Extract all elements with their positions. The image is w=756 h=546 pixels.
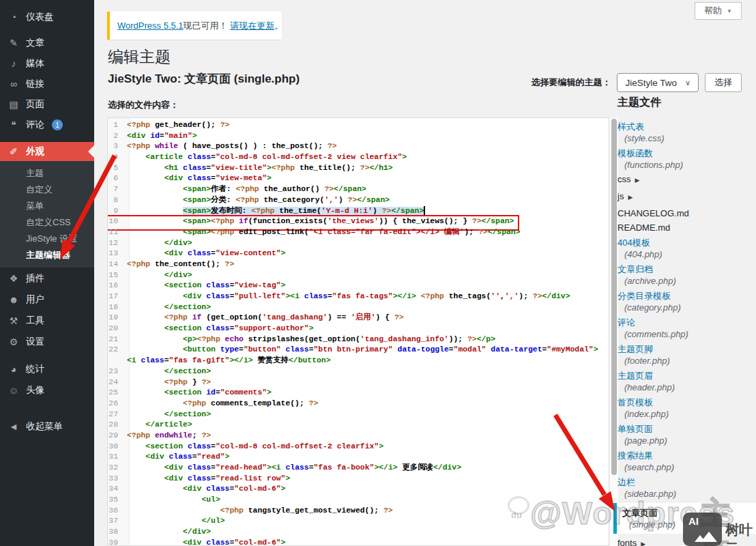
code-token: class xyxy=(206,485,229,493)
sidebar-item-pages[interactable]: ▤页面 xyxy=(0,94,94,115)
line-number: 19 xyxy=(108,313,123,324)
file-link[interactable]: 主题页脚(footer.php) xyxy=(617,343,756,367)
submenu-item-theme-editor[interactable]: 主题编辑器 xyxy=(0,247,94,263)
submenu-item-jiestyle-settings[interactable]: JieStyle 设置 xyxy=(0,231,94,247)
submenu-item-themes[interactable]: 主题 xyxy=(0,165,94,182)
line-number: 33 xyxy=(108,474,123,485)
code-token: <div xyxy=(127,132,145,140)
code-token: ?> xyxy=(201,378,211,386)
code-token: </span> xyxy=(482,217,514,225)
folder-fonts[interactable]: fonts▶ xyxy=(617,538,756,546)
code-token: "view-content" xyxy=(216,249,281,257)
folder-name: css xyxy=(617,174,631,184)
code-editor[interactable]: 1<?php get_header(); ?>2<div id="main">3… xyxy=(107,117,609,546)
update-now-link[interactable]: 请现在更新 xyxy=(230,20,274,32)
file-link[interactable]: 首页模板(index.php) xyxy=(617,397,756,420)
selected-text: <span>发布时间: <?php the_time('Y-m-d H:i') … xyxy=(183,207,424,215)
code-line: 3<?php while ( have_posts() ) : the_post… xyxy=(108,141,609,152)
code-token: ); xyxy=(464,228,478,236)
code-token: "fas fa-tags" xyxy=(332,292,393,300)
line-number: 6 xyxy=(108,173,123,184)
code-token xyxy=(127,506,220,515)
file-name: 搜索结果 xyxy=(617,450,756,461)
submenu-item-customize[interactable]: 自定义 xyxy=(0,182,94,198)
sidebar-item-plugins[interactable]: ❖插件 xyxy=(0,268,94,289)
file-link[interactable]: 样式表(style.css) xyxy=(617,121,756,144)
sidebar-item-links[interactable]: ∞链接 xyxy=(0,74,94,94)
code-token: <?php xyxy=(220,506,248,515)
sidebar-item-comments[interactable]: ❝评论1 xyxy=(0,115,94,135)
code-token: <?php xyxy=(251,207,279,215)
code-token: > xyxy=(281,538,286,546)
file-link[interactable]: 单独页面(page.php) xyxy=(617,423,756,446)
file-link-active[interactable]: 文章页面(single.php) xyxy=(613,503,756,534)
code-token xyxy=(127,463,164,472)
file-link[interactable]: 评论(comments.php) xyxy=(617,317,756,340)
code-text: <?php while ( have_posts() ) : the_post(… xyxy=(123,141,337,152)
sidebar-item-appearance[interactable]: ✐外观 xyxy=(0,142,94,161)
file-link[interactable]: 404模板(404.php) xyxy=(617,237,756,260)
code-token xyxy=(127,292,183,300)
line-number: 30 xyxy=(108,442,123,452)
code-token: if xyxy=(192,313,202,321)
sidebar-item-posts[interactable]: ✎文章 xyxy=(0,33,94,53)
line-number: 18 xyxy=(108,302,123,313)
code-token: <div xyxy=(183,485,201,493)
folder-css[interactable]: css▶ xyxy=(617,174,756,186)
code-token: "fas fa-book" xyxy=(314,463,375,472)
code-token: </ul> xyxy=(201,517,224,525)
sidebar-item-users[interactable]: ☻用户 xyxy=(0,289,94,310)
submenu-item-menus[interactable]: 菜单 xyxy=(0,198,94,214)
file-link[interactable]: 分类目录模板(category.php) xyxy=(617,290,756,313)
code-token: stripslashes(get_option( xyxy=(244,335,360,343)
file-link[interactable]: README.md xyxy=(617,222,756,233)
code-line: 2<div id="main"> xyxy=(108,131,609,142)
code-line: 1<?php get_header(); ?> xyxy=(108,120,609,131)
editor-scrollbar-thumb[interactable] xyxy=(611,119,617,475)
text-cursor xyxy=(424,206,425,215)
select-theme-button[interactable]: 选择 xyxy=(705,73,742,92)
submenu-item-custom-css[interactable]: 自定义CSS xyxy=(0,214,94,231)
code-token: class xyxy=(188,174,211,182)
folder-js[interactable]: js▶ xyxy=(617,191,756,203)
code-line: 12 </div> xyxy=(108,238,609,249)
code-token: > xyxy=(281,485,286,493)
sidebar-item-tools[interactable]: ⚒工具 xyxy=(0,310,94,331)
file-link[interactable]: 搜索结果(search.php) xyxy=(617,450,756,473)
sidebar-item-dashboard[interactable]: ◔仪表盘 xyxy=(0,7,94,27)
help-button[interactable]: 帮助 ▼ xyxy=(695,2,742,20)
file-link[interactable]: 主题页眉(header.php) xyxy=(617,370,756,393)
code-token: <?php xyxy=(127,431,155,440)
code-token: ?> xyxy=(225,260,235,268)
sidebar-item-media[interactable]: ♪媒体 xyxy=(0,53,94,74)
code-text: <?php endwhile; ?> xyxy=(123,431,211,442)
file-link[interactable]: CHANGELOG.md xyxy=(617,208,756,218)
theme-select[interactable]: JieStyle Two ∨ xyxy=(617,73,699,92)
code-line: 19 <?php if (get_option('tang_dashang') … xyxy=(108,313,609,324)
code-token: <section xyxy=(145,442,183,450)
code-token xyxy=(183,174,188,182)
code-text: <span>发布时间: <?php the_time('Y-m-d H:i') … xyxy=(123,206,425,217)
file-link[interactable]: 边栏(sidebar.php) xyxy=(617,476,756,500)
code-token xyxy=(127,378,164,386)
sidebar-item-avatar[interactable]: ☺头像 xyxy=(0,379,94,401)
code-token: ></i> xyxy=(229,356,252,364)
code-token: ?> xyxy=(324,185,334,193)
line-number: 16 xyxy=(108,281,123,291)
code-token: = xyxy=(239,345,244,354)
code-token: id xyxy=(150,132,160,140)
sidebar-item-collapse[interactable]: ◄收起菜单 xyxy=(0,416,94,437)
code-line: 23 </section> xyxy=(108,367,609,377)
code-token: "read-head" xyxy=(216,463,267,472)
help-label: 帮助 xyxy=(704,5,722,17)
file-link[interactable]: 文章归档(archive.php) xyxy=(617,263,756,287)
sidebar-item-stats[interactable]: ◕统计 xyxy=(0,358,94,379)
wordpress-version-link[interactable]: WordPress 5.5.1 xyxy=(117,20,184,31)
file-link[interactable]: 模板函数(functions.php) xyxy=(617,147,756,171)
code-token: <div xyxy=(164,174,183,182)
code-token: <?php xyxy=(127,121,155,129)
sidebar-item-settings[interactable]: ⚙设置 xyxy=(0,331,94,352)
code-token: <?php xyxy=(164,378,192,386)
file-path: (comments.php) xyxy=(617,328,756,340)
code-text: <i class="fas fa-gift"></i> 赞赏支持</button… xyxy=(123,356,331,367)
